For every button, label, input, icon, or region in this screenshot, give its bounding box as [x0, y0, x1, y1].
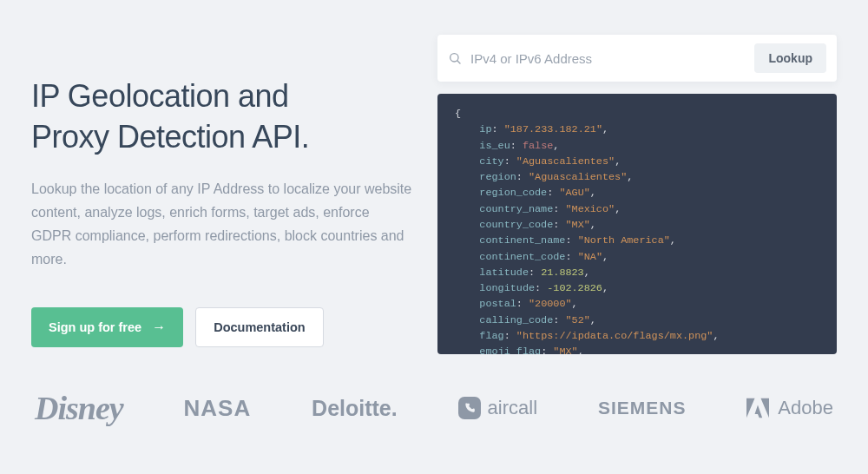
title-line2: Proxy Detection API. — [31, 119, 309, 155]
search-icon — [448, 51, 462, 65]
customer-logos: Disney NASA Deloitte. aircall SIEMENS Ad… — [0, 354, 868, 427]
logo-aircall: aircall — [458, 397, 537, 419]
title-line1: IP Geolocation and — [31, 78, 289, 114]
lookup-button[interactable]: Lookup — [754, 43, 826, 73]
logo-deloitte: Deloitte. — [312, 396, 398, 421]
adobe-icon — [746, 398, 769, 418]
logo-nasa: NASA — [184, 395, 252, 422]
hero-subhead: Lookup the location of any IP Address to… — [31, 177, 413, 272]
logo-siemens: SIEMENS — [598, 398, 687, 418]
page-title: IP Geolocation and Proxy Detection API. — [31, 76, 413, 158]
hero-left: IP Geolocation and Proxy Detection API. … — [31, 35, 413, 354]
signup-label: Sign up for free — [49, 320, 141, 334]
logo-adobe: Adobe — [746, 397, 833, 419]
svg-line-1 — [457, 61, 460, 63]
ip-address-input[interactable] — [470, 51, 754, 66]
logo-disney: Disney — [35, 389, 123, 427]
signup-button[interactable]: Sign up for free → — [31, 307, 183, 347]
cta-row: Sign up for free → Documentation — [31, 307, 413, 347]
ip-search-bar: Lookup — [437, 35, 837, 82]
docs-label: Documentation — [214, 320, 306, 334]
arrow-right-icon: → — [152, 319, 166, 335]
docs-button[interactable]: Documentation — [195, 307, 324, 347]
api-response-panel[interactable]: { ip: "187.233.182.21", is_eu: false, ci… — [437, 94, 837, 354]
aircall-icon — [458, 397, 481, 419]
hero-right: Lookup { ip: "187.233.182.21", is_eu: fa… — [437, 35, 837, 354]
